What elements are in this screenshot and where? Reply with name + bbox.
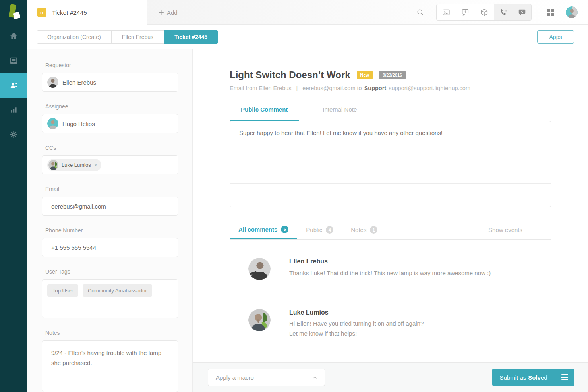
ticket-title: Light Switch Doesn’t Work bbox=[230, 70, 350, 81]
comment-author: Luke Lumios bbox=[289, 309, 424, 316]
sidebar-item-views[interactable] bbox=[0, 49, 27, 73]
commenter-avatar bbox=[248, 258, 271, 280]
channel-toolbar bbox=[436, 4, 532, 21]
phone-field[interactable]: +1 555 555 5544 bbox=[42, 238, 178, 257]
submit-options-icon[interactable] bbox=[555, 369, 574, 386]
composer-footer bbox=[230, 183, 551, 207]
requestor-label: Requestor bbox=[45, 62, 178, 68]
breadcrumb-requester[interactable]: Ellen Erebus bbox=[111, 30, 164, 44]
meta-from: Email from Ellen Erebus bbox=[230, 85, 292, 91]
quick-response-icon[interactable] bbox=[456, 4, 475, 20]
chevron-up-icon bbox=[313, 376, 317, 379]
submit-status: Solved bbox=[528, 374, 547, 381]
show-events-toggle[interactable]: Show events bbox=[488, 226, 522, 233]
breadcrumb-row: Organization (Create) Ellen Erebus Ticke… bbox=[27, 25, 588, 49]
meta-divider: | bbox=[296, 85, 298, 91]
email-field[interactable]: eerebus@gmail.com bbox=[42, 197, 178, 216]
settings-icon bbox=[9, 130, 18, 141]
all-comments-label: All comments bbox=[238, 226, 277, 233]
breadcrumb-ticket[interactable]: Ticket #2445 bbox=[164, 30, 218, 44]
package-icon[interactable] bbox=[475, 4, 494, 20]
tab-all-comments[interactable]: All comments 5 bbox=[230, 220, 297, 239]
comment-text: Hi Ellen! Have you tried turning it on a… bbox=[289, 319, 424, 328]
email-value: eerebus@gmail.com bbox=[51, 203, 106, 210]
cc-avatar bbox=[48, 160, 58, 170]
top-bar: n Ticket #2445 Add bbox=[27, 0, 588, 25]
user-tags-label: User Tags bbox=[45, 268, 178, 275]
requestor-avatar bbox=[47, 77, 58, 88]
tab-notes[interactable]: Notes 1 bbox=[342, 220, 386, 239]
app-grid-icon[interactable] bbox=[547, 8, 555, 16]
public-label: Public bbox=[306, 226, 322, 233]
user-avatar[interactable] bbox=[566, 6, 578, 18]
comment-text: Let me know if that helps! bbox=[289, 329, 424, 338]
sidebar-item-settings[interactable] bbox=[0, 123, 27, 147]
macro-placeholder: Apply a macro bbox=[216, 374, 254, 381]
requestor-field[interactable]: Ellen Erebus bbox=[42, 73, 178, 92]
notes-label: Notes bbox=[45, 330, 178, 336]
commenter-avatar bbox=[248, 309, 271, 331]
submit-button[interactable]: Submit as Solved bbox=[492, 369, 574, 386]
action-bar: Apply a macro Submit as Solved bbox=[193, 362, 588, 392]
submit-label: Submit as bbox=[500, 374, 526, 381]
sidebar-item-customers[interactable] bbox=[0, 73, 27, 98]
comment-item: Ellen Erebus Thanks Luke! That did the t… bbox=[230, 240, 551, 280]
search-icon[interactable] bbox=[416, 8, 424, 16]
customers-icon bbox=[9, 81, 18, 91]
user-tag[interactable]: Top User bbox=[47, 284, 78, 297]
phone-icon[interactable] bbox=[494, 4, 513, 20]
app-logo bbox=[0, 0, 27, 25]
apps-button[interactable]: Apps bbox=[537, 30, 574, 44]
user-tag[interactable]: Community Amabassador bbox=[83, 284, 152, 297]
assignee-value: Hugo Helios bbox=[62, 120, 95, 127]
breadcrumb: Organization (Create) Ellen Erebus Ticke… bbox=[37, 30, 218, 44]
meta-team-email: support@support.lightenup.com bbox=[389, 85, 470, 91]
cc-remove-icon[interactable]: × bbox=[94, 162, 97, 168]
logo-white-shape bbox=[13, 12, 20, 19]
notes-field[interactable]: 9/24 - Ellen's having trouble with the l… bbox=[42, 340, 178, 392]
user-tags-field[interactable]: Top User Community Amabassador bbox=[42, 279, 178, 318]
breadcrumb-organization[interactable]: Organization (Create) bbox=[37, 30, 112, 44]
add-tab-button[interactable]: Add bbox=[159, 0, 178, 25]
apply-macro-select[interactable]: Apply a macro bbox=[208, 369, 325, 386]
active-ticket-tab[interactable]: n Ticket #2445 bbox=[27, 0, 147, 25]
plus-icon bbox=[159, 10, 164, 15]
cc-chip[interactable]: Luke Lumios × bbox=[47, 159, 101, 171]
cc-name: Luke Lumios bbox=[62, 162, 91, 168]
tab-public[interactable]: Public 4 bbox=[297, 220, 342, 239]
phone-label: Phone Number bbox=[45, 227, 178, 234]
date-badge: 9/23/2016 bbox=[379, 71, 406, 79]
sidebar-item-reports[interactable] bbox=[0, 98, 27, 123]
app-sidebar bbox=[0, 0, 27, 392]
assignee-label: Assignee bbox=[45, 103, 178, 110]
public-count: 4 bbox=[326, 226, 333, 234]
ticket-tab-title: Ticket #2445 bbox=[52, 9, 87, 16]
assignee-field[interactable]: Hugo Helios bbox=[42, 114, 178, 133]
comment-text: Thanks Luke! That did the trick! This ne… bbox=[289, 268, 491, 278]
all-comments-count: 5 bbox=[281, 226, 288, 233]
requestor-value: Ellen Erebus bbox=[62, 79, 96, 86]
composer-tabs: Public Comment Internal Note bbox=[230, 106, 551, 121]
composer-textarea[interactable]: Super happy to hear that Ellen! Let me k… bbox=[230, 121, 551, 184]
terminal-icon[interactable] bbox=[437, 4, 456, 20]
tab-internal-note[interactable]: Internal Note bbox=[311, 106, 368, 121]
ticket-meta: Email from Ellen Erebus | eerebus@gmail.… bbox=[230, 85, 551, 91]
reports-icon bbox=[9, 105, 18, 116]
sidebar-item-home[interactable] bbox=[0, 24, 27, 49]
channel-toolbar-left bbox=[437, 4, 494, 20]
chat-icon[interactable] bbox=[513, 4, 532, 20]
tab-public-comment[interactable]: Public Comment bbox=[230, 106, 299, 121]
ticket-type-badge: n bbox=[37, 8, 46, 17]
add-tab-label: Add bbox=[167, 9, 178, 16]
meta-team: Support bbox=[364, 85, 387, 91]
email-label: Email bbox=[45, 186, 178, 192]
ccs-label: CCs bbox=[45, 145, 178, 151]
ticket-properties-panel: Requestor Ellen Erebus Assignee Hugo Hel… bbox=[27, 49, 193, 392]
comment-composer: Super happy to hear that Ellen! Let me k… bbox=[230, 121, 551, 207]
comments-filter-bar: All comments 5 Public 4 Notes 1 Show eve… bbox=[230, 220, 551, 240]
notes-value: 9/24 - Ellen's having trouble with the l… bbox=[51, 348, 170, 368]
meta-via: eerebus@gmail.com to bbox=[302, 85, 362, 91]
home-icon bbox=[9, 31, 18, 42]
notes-tab-label: Notes bbox=[351, 226, 366, 233]
ccs-field[interactable]: Luke Lumios × bbox=[42, 155, 178, 174]
